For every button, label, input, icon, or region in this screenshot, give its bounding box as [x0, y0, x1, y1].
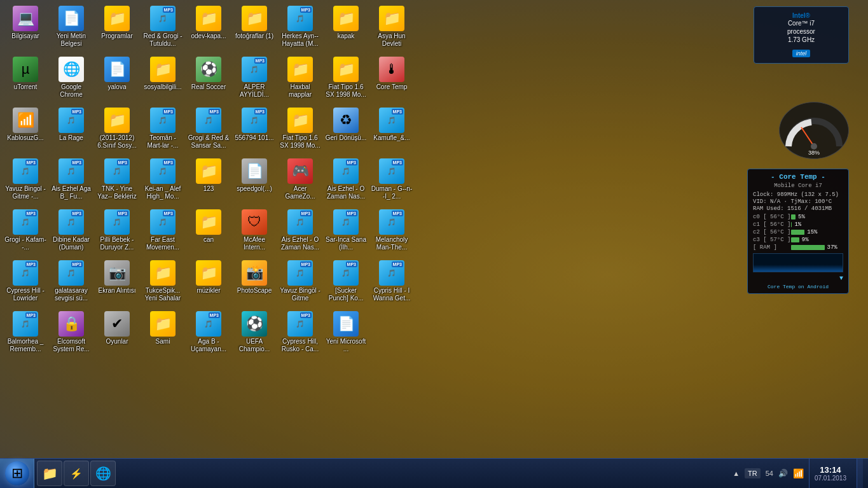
desktop-icon-fiat-tipo1[interactable]: 📁 Fiat Tipo 1.6 SX 1998 Mo... — [324, 54, 368, 105]
desktop-icon-bilgisayar[interactable]: 💻 Bilgisayar — [3, 3, 48, 54]
clock-date: 07.01.2013 — [815, 475, 846, 482]
desktop-icon-kablosuz[interactable]: 📶 KablosuzG... — [3, 105, 48, 156]
ct-core3-pct: 9% — [802, 237, 809, 243]
desktop-icon-red-grogi[interactable]: 🎵 MP3 Red & Grogi - Tutuldu... — [141, 3, 185, 54]
desktop-icon-uefa[interactable]: ⚽ UEFA Champio... — [232, 309, 277, 359]
icon-image-sami: 📁 — [150, 311, 176, 337]
desktop-icon-cypress-hill[interactable]: 🎵 MP3 Cypress Hill - Lowrider — [3, 258, 48, 309]
desktop-icon-oyunlar[interactable]: ✔ Oyunlar — [95, 309, 139, 359]
icon-label-sucker-punch: [Sucker Punch] Ko... — [325, 287, 367, 302]
desktop-icon-utorrent[interactable]: µ uTorrent — [3, 54, 48, 105]
icon-image-kapak: 📁 — [333, 6, 359, 31]
coretemp-widget[interactable]: - Core Temp - Mobile Core i7 Clock: 989M… — [747, 169, 849, 294]
desktop-icon-sami[interactable]: 📁 Sami — [141, 309, 185, 359]
desktop-icon-mcafee[interactable]: 🛡 McAfee Intern... — [232, 207, 277, 258]
taskbar-chrome[interactable]: 🌐 — [90, 461, 116, 486]
desktop-icon-fotograflar[interactable]: 📁 fotoğraflar (1) — [232, 3, 277, 54]
desktop-icon-cypris-hill[interactable]: 🎵 MP3 Cypris Hill - I Wanna Get... — [369, 258, 414, 309]
desktop-icon-haxbal[interactable]: 📁 Haxbal mapplar — [278, 54, 322, 105]
language-indicator[interactable]: TR — [745, 468, 761, 478]
start-orb[interactable]: ⊞ — [5, 461, 29, 485]
ct-core1-pct: 1% — [794, 221, 801, 228]
desktop-icon-acer-gamezone[interactable]: 🎮 Acer GameZo... — [278, 156, 322, 207]
desktop-icon-aga-b[interactable]: 🎵 MP3 Aga B - Uçamayan... — [186, 309, 231, 359]
tray-arrow[interactable]: ▲ — [733, 470, 740, 477]
desktop-icon-tnk-yine[interactable]: 🎵 MP3 TNK - Yine Yaz-- Bekleriz — [95, 156, 139, 207]
desktop-icon-photoscape[interactable]: 📸 PhotoScape — [232, 258, 277, 309]
desktop-icon-herkes-ayn[interactable]: 🎵 MP3 Herkes Ayn-- Hayatta (M... — [278, 3, 322, 54]
volume-control[interactable]: 🔊 — [778, 469, 788, 478]
desktop-icon-yalova[interactable]: 📄 yalova — [95, 54, 139, 105]
desktop-icon-kamufle[interactable]: 🎵 MP3 Kamufle_&... — [369, 105, 414, 156]
intel-model: Core™ i7 — [759, 19, 843, 27]
intel-cpu-widget[interactable]: Intel® Core™ i7 processor 1.73 GHz intel — [754, 6, 849, 64]
desktop-icon-yavuz-bingol2[interactable]: 🎵 MP3 Yavuz Bingöl - Gitme — [278, 258, 322, 309]
desktop-icon-geri-donusum[interactable]: ♻ Geri Dönüşü... — [324, 105, 368, 156]
show-desktop-button[interactable] — [857, 459, 863, 489]
taskbar-lightning[interactable]: ⚡ — [64, 461, 89, 486]
desktop-icon-2011-2012[interactable]: 📁 (2011-2012) 6.Sınıf Sosy... — [95, 105, 139, 156]
desktop-icon-sosyalbilgili[interactable]: 📁 sosyalbilgili... — [141, 54, 185, 105]
desktop-icon-elcomsoft[interactable]: 🔒 Elcomsoft System Re... — [49, 309, 93, 359]
desktop-icon-alper-ayyildi[interactable]: 🎵 MP3 ALPER AYYİLDİ... — [232, 54, 277, 105]
desktop-icon-teoman[interactable]: 🎵 MP3 Teomân - Mart-lar -... — [141, 105, 185, 156]
icon-image-oyunlar: ✔ — [104, 311, 130, 337]
desktop-icon-far-east[interactable]: 🎵 MP3 Far East Movemen... — [141, 207, 185, 258]
desktop-icon-balmorhea[interactable]: 🎵 MP3 Balmorhea _ Rememb... — [3, 309, 48, 359]
desktop-icon-grogi-kafam[interactable]: 🎵 MP3 Grogi - Kafam--... — [3, 207, 48, 258]
icon-image-muzikler: 📁 — [196, 260, 221, 286]
desktop-icon-dibine-kadar[interactable]: 🎵 MP3 Dibine Kadar (Duman) — [49, 207, 93, 258]
desktop-icon-asya-hun[interactable]: 📁 Asya Hun Devleti — [369, 3, 414, 54]
desktop-icon-yavuz-bingol[interactable]: 🎵 MP3 Yavuz Bingol - Gitme -... — [3, 156, 48, 207]
desktop-icon-can[interactable]: 📁 can — [186, 207, 231, 258]
desktop-icon-melancholy[interactable]: 🎵 MP3 Melancholy Man-The... — [369, 207, 414, 258]
desktop-icon-ais-ezhel3[interactable]: 🎵 MP3 Ais Ezhel - O Zaman Nas... — [278, 207, 322, 258]
desktop-icon-cypress-hill2[interactable]: 🎵 MP3 Cypress Hill, Rusko - Ca... — [278, 309, 322, 359]
icon-image-aga-b: 🎵 MP3 — [196, 311, 221, 337]
desktop-icon-123[interactable]: 📁 123 — [186, 156, 231, 207]
icon-label-odev-kapa: odev-kapa... — [191, 32, 226, 40]
icon-image-alper-ayyildi: 🎵 MP3 — [242, 57, 267, 82]
desktop-icon-yeni-microsoft[interactable]: 📄 Yeni Microsoft ... — [324, 309, 368, 359]
icon-label-cypris-hill: Cypris Hill - I Wanna Get... — [371, 287, 413, 302]
desktop-icon-core-temp[interactable]: 🌡 Core Temp — [369, 54, 414, 105]
desktop-icon-ais-ezhel[interactable]: 🎵 MP3 Ais Ezhel Aga B_ Fu... — [49, 156, 93, 207]
desktop-icon-fiat-tipo2[interactable]: 📁 Fiat Tipo 1.6 SX 1998 Mo... — [278, 105, 322, 156]
desktop-icon-odev-kapa[interactable]: 📁 odev-kapa... — [186, 3, 231, 54]
desktop-icon-kapak[interactable]: 📁 kapak — [324, 3, 368, 54]
icon-label-pilli-bebek: Pilli Bebek - Duruyor Z... — [96, 236, 138, 251]
desktop-icon-tukcespik[interactable]: 📁 TukceSpik... Yeni Sahalar — [141, 258, 185, 309]
desktop-icon-galatasaray[interactable]: 🎵 MP3 galatasaray sevgisi sü... — [49, 258, 93, 309]
taskbar-explorer[interactable]: 📁 — [37, 461, 62, 486]
icon-label-red-grogi: Red & Grogi - Tutuldu... — [142, 32, 184, 48]
desktop-icon-muzikler[interactable]: 📁 müzikler — [186, 258, 231, 309]
icon-label-photoscape: PhotoScape — [237, 287, 272, 295]
ct-subtitle: Mobile Core i7 — [753, 183, 843, 189]
desktop-icon-556794[interactable]: 🎵 MP3 556794 101... — [232, 105, 277, 156]
desktop-icon-programlar[interactable]: 📁 Programlar — [95, 3, 139, 54]
icon-label-fotograflar: fotoğraflar (1) — [235, 32, 273, 40]
desktop-icon-pilli-bebek[interactable]: 🎵 MP3 Pilli Bebek - Duruyor Z... — [95, 207, 139, 258]
desktop-icon-google-chrome[interactable]: 🌐 Google Chrome — [49, 54, 93, 105]
icon-image-photoscape: 📸 — [242, 260, 267, 286]
desktop-icon-kei-an-alef[interactable]: 🎵 MP3 Kei-an _ Alef High_ Mo... — [141, 156, 185, 207]
desktop-icon-yeni-metin[interactable]: 📄 Yeni Metin Belgesi — [49, 3, 93, 54]
icon-image-ekran-alintisi: 📷 — [104, 260, 130, 286]
desktop-icon-duman[interactable]: 🎵 MP3 Duman - G--n--I_ 2... — [369, 156, 414, 207]
desktop-icon-la-rage[interactable]: 🎵 MP3 La Rage — [49, 105, 93, 156]
desktop-icon-real-soccer[interactable]: ⚽ Real Soccer — [186, 54, 231, 105]
icon-image-duman: 🎵 MP3 — [379, 158, 404, 184]
desktop-icon-ais-ezhel2[interactable]: 🎵 MP3 Ais Ezhel - O Zaman Nas... — [324, 156, 368, 207]
icon-image-556794: 🎵 MP3 — [242, 108, 267, 133]
icon-label-556794: 556794 101... — [235, 134, 273, 142]
icon-image-can: 📁 — [196, 209, 221, 235]
ct-graph-line — [754, 265, 843, 272]
desktop-icon-ekran-alintisi[interactable]: 📷 Ekran Alıntısı — [95, 258, 139, 309]
desktop-icon-sar-inca[interactable]: 🎵 MP3 Sar-Inca Sana (İlh... — [324, 207, 368, 258]
start-button[interactable]: ⊞ — [0, 459, 34, 489]
desktop-icon-speedgol[interactable]: 📄 speedgol(...) — [232, 156, 277, 207]
desktop-icon-sucker-punch[interactable]: 🎵 MP3 [Sucker Punch] Ko... — [324, 258, 368, 309]
network-icon[interactable]: 📶 — [793, 468, 804, 478]
desktop-icon-grogi-sansar[interactable]: 🎵 MP3 Grogi & Red & Sansar Sa... — [186, 105, 231, 156]
clock-area[interactable]: 13:14 07.01.2013 — [809, 459, 851, 489]
